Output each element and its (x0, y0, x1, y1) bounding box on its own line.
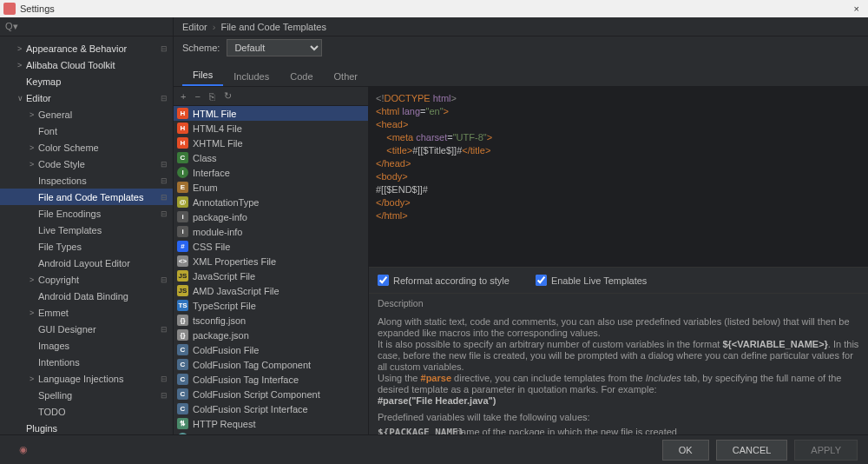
template-item[interactable]: CColdFusion Tag Interface (174, 372, 368, 387)
sidebar-item-intentions[interactable]: Intentions (0, 354, 173, 370)
file-type-icon: <> (177, 255, 188, 267)
sidebar-item-live-templates[interactable]: Live Templates (0, 222, 173, 238)
sidebar-item-spelling[interactable]: Spelling⊟ (0, 387, 173, 403)
template-item[interactable]: TSTypeScript File (174, 298, 368, 313)
template-item[interactable]: {}tsconfig.json (174, 313, 368, 328)
tab-files[interactable]: Files (182, 65, 223, 86)
description-heading: Description (369, 294, 868, 313)
template-item[interactable]: HHTML4 File (174, 121, 368, 136)
tab-code[interactable]: Code (279, 67, 323, 86)
file-type-icon: C (177, 359, 188, 370)
scheme-label: Scheme: (182, 43, 220, 53)
app-icon (3, 3, 16, 15)
window-title: Settings (20, 3, 55, 14)
template-item[interactable]: #CSS File (174, 239, 368, 254)
settings-sidebar: Q▾ >Appearance & Behavior⊟>Alibaba Cloud… (0, 17, 174, 434)
sidebar-item-emmet[interactable]: >Emmet (0, 304, 173, 321)
revert-icon[interactable]: ↻ (224, 90, 232, 102)
cancel-button[interactable]: CANCEL (716, 440, 788, 461)
sidebar-item-gui-designer[interactable]: GUI Designer⊟ (0, 321, 173, 337)
file-type-icon: E (177, 182, 188, 193)
sidebar-item-inspections[interactable]: Inspections⊟ (0, 172, 173, 189)
titlebar: Settings × (0, 0, 868, 17)
live-templates-checkbox[interactable]: Enable Live Templates (536, 275, 647, 286)
sidebar-item-keymap[interactable]: Keymap (0, 73, 173, 89)
file-type-icon: C (177, 152, 188, 163)
template-item[interactable]: JSAMD JavaScript File (174, 283, 368, 298)
breadcrumb: Editor › File and Code Templates (174, 17, 868, 36)
sidebar-item-copyright[interactable]: >Copyright⊟ (0, 271, 173, 288)
template-item[interactable]: CColdFusion File (174, 342, 368, 357)
add-icon[interactable]: + (181, 91, 186, 102)
sidebar-item-code-style[interactable]: >Code Style⊟ (0, 156, 173, 172)
sidebar-item-plugins[interactable]: Plugins (0, 420, 173, 434)
sidebar-item-color-scheme[interactable]: >Color Scheme (0, 139, 173, 156)
file-type-icon: # (177, 241, 188, 252)
template-item[interactable]: <>XML Properties File (174, 254, 368, 268)
sidebar-item-appearance-behavior[interactable]: >Appearance & Behavior⊟ (0, 40, 173, 56)
scheme-row: Scheme: Default (174, 36, 868, 59)
template-item[interactable]: imodule-info (174, 224, 368, 239)
sidebar-item-file-and-code-templates[interactable]: File and Code Templates⊟ (0, 189, 173, 205)
template-item[interactable]: HHTML File (174, 106, 368, 121)
template-item[interactable]: HXHTML File (174, 136, 368, 150)
sidebar-item-editor[interactable]: ∨Editor⊟ (0, 89, 173, 106)
bulb-icon[interactable]: ◉ (19, 444, 28, 455)
breadcrumb-root[interactable]: Editor (182, 22, 207, 32)
content-panel: Editor › File and Code Templates Scheme:… (174, 17, 868, 434)
template-item[interactable]: ⇅HTTP Request (174, 416, 368, 431)
description-text: Along with static text, code and comment… (369, 313, 868, 434)
apply-button[interactable]: APPLY (794, 440, 858, 461)
search-input[interactable]: Q▾ (0, 17, 173, 36)
template-item[interactable]: JSJavaScript File (174, 268, 368, 283)
file-type-icon: H (177, 108, 188, 119)
sidebar-item-file-encodings[interactable]: File Encodings⊟ (0, 205, 173, 222)
sidebar-item-todo[interactable]: TODO (0, 403, 173, 420)
close-icon[interactable]: × (849, 3, 865, 14)
ok-button[interactable]: OK (662, 440, 709, 461)
tab-includes[interactable]: Includes (223, 67, 279, 86)
sidebar-item-file-types[interactable]: File Types (0, 238, 173, 255)
template-item[interactable]: @AnnotationType (174, 195, 368, 209)
sidebar-item-font[interactable]: Font (0, 123, 173, 139)
editor-panel: <!DOCTYPE html> <html lang="en"> <head> … (369, 87, 868, 434)
options-row: Reformat according to style Enable Live … (369, 267, 868, 294)
file-type-icon: ⇅ (177, 418, 188, 429)
sidebar-item-alibaba-cloud-toolkit[interactable]: >Alibaba Cloud Toolkit (0, 56, 173, 73)
template-item[interactable]: ipackage-info (174, 209, 368, 224)
template-item[interactable]: IInterface (174, 165, 368, 180)
template-item[interactable]: CColdFusion Script Component (174, 387, 368, 401)
file-type-icon: I (177, 167, 188, 178)
file-type-icon: C (177, 388, 188, 400)
file-type-icon: C (177, 344, 188, 355)
sidebar-item-android-data-binding[interactable]: Android Data Binding (0, 288, 173, 304)
remove-icon[interactable]: − (194, 91, 200, 102)
sidebar-item-language-injections[interactable]: >Language Injections⊟ (0, 370, 173, 387)
copy-icon[interactable]: ⎘ (209, 91, 215, 102)
template-item[interactable]: {}package.json (174, 328, 368, 342)
scheme-select[interactable]: Default (227, 39, 322, 56)
file-type-icon: {} (177, 329, 188, 341)
template-list: HHTML FileHHTML4 FileHXHTML FileCClassII… (174, 106, 368, 434)
code-editor[interactable]: <!DOCTYPE html> <html lang="en"> <head> … (369, 87, 868, 267)
template-item[interactable]: CColdFusion Tag Component (174, 357, 368, 372)
file-type-icon: @ (177, 196, 188, 208)
file-type-icon: i (177, 226, 188, 237)
template-item[interactable]: CColdFusion Script Interface (174, 401, 368, 416)
breadcrumb-leaf: File and Code Templates (220, 22, 326, 32)
sidebar-item-android-layout-editor[interactable]: Android Layout Editor (0, 255, 173, 271)
template-item[interactable]: CClass (174, 150, 368, 165)
reformat-checkbox[interactable]: Reformat according to style (378, 275, 510, 286)
sidebar-item-images[interactable]: Images (0, 337, 173, 354)
template-tabs: FilesIncludesCodeOther (174, 64, 868, 87)
file-type-icon: {} (177, 315, 188, 326)
file-type-icon: H (177, 137, 188, 149)
template-list-panel: + − ⎘ ↻ HHTML FileHHTML4 FileHXHTML File… (174, 87, 369, 434)
template-toolbar: + − ⎘ ↻ (174, 87, 368, 106)
tab-other[interactable]: Other (324, 67, 369, 86)
dialog-footer: ◉ OK CANCEL APPLY (0, 434, 868, 464)
template-item[interactable]: EEnum (174, 180, 368, 195)
file-type-icon: JS (177, 285, 188, 296)
sidebar-item-general[interactable]: >General (0, 106, 173, 123)
settings-tree: >Appearance & Behavior⊟>Alibaba Cloud To… (0, 36, 173, 434)
